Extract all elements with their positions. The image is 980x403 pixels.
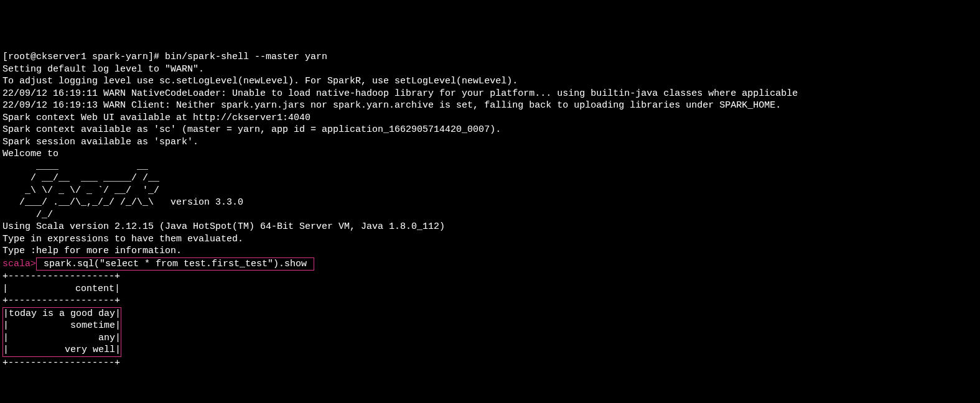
log-line: 22/09/12 16:19:13 WARN Client: Neither s… [2,100,978,112]
table-row: | very well| [3,344,121,356]
info-line: Type :help for more information. [2,245,978,257]
table-row: | any| [3,332,121,345]
info-line: Using Scala version 2.12.15 (Java HotSpo… [2,221,978,233]
spark-logo-line: _\ \/ _ \/ _ `/ __/ '_/ [2,185,978,197]
spark-logo-line: ____ __ [2,160,978,173]
spark-logo-line: /_/ [2,209,978,221]
table-border: +-------------------+ [2,357,978,369]
table-header: | content| [2,283,978,295]
log-line: To adjust logging level use sc.setLogLev… [2,75,978,88]
spark-logo-line: /___/ .__/\_,_/_/ /_/\_\ version 3.3.0 [2,197,978,209]
log-line: Spark session available as 'spark'. [2,136,978,149]
table-border: +-------------------+ [2,295,978,307]
table-output-highlighted: |today is a good day|| sometime|| any|| … [2,307,121,357]
scala-prompt: scala> [2,259,36,269]
log-line: Welcome to [2,148,978,160]
scala-input-line[interactable]: scala> spark.sql("select * from test.fir… [2,257,978,271]
log-line: Spark context available as 'sc' (master … [2,124,978,136]
scala-command-highlighted: spark.sql("select * from test.first_test… [36,257,314,271]
log-line: 22/09/12 16:19:11 WARN NativeCodeLoader:… [2,88,978,100]
table-row: | sometime| [3,320,121,332]
log-line: Spark context Web UI available at http:/… [2,112,978,124]
table-row: |today is a good day| [3,308,121,320]
table-border: +-------------------+ [2,271,978,283]
info-line: Type in expressions to have them evaluat… [2,233,978,246]
shell-prompt-line[interactable]: [root@ckserver1 spark-yarn]# bin/spark-s… [2,51,978,63]
spark-logo-line: / __/__ ___ _____/ /__ [2,172,978,185]
log-line: Setting default log level to "WARN". [2,63,978,76]
